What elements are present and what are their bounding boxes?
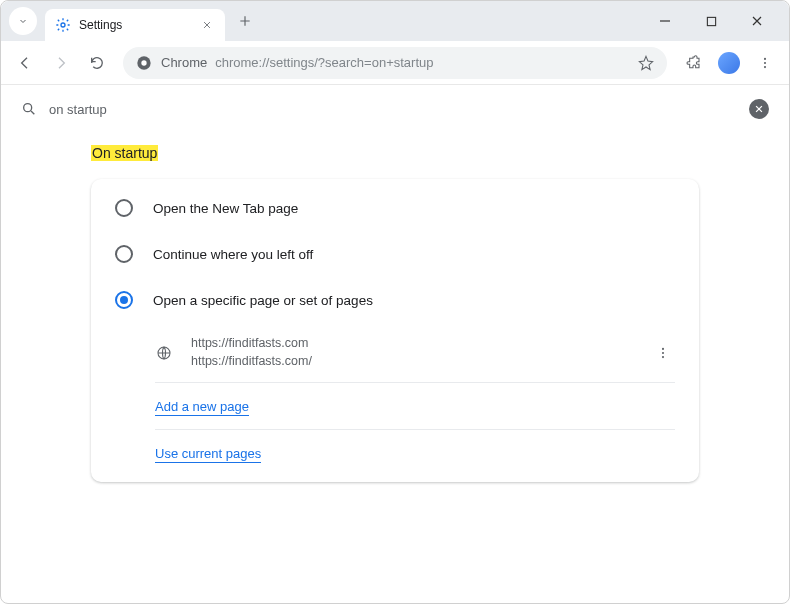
profile-button[interactable] — [713, 47, 745, 79]
minimize-icon — [659, 15, 671, 27]
maximize-icon — [706, 16, 717, 27]
startup-page-row: https://finditfasts.com https://finditfa… — [155, 323, 675, 382]
tab-close-button[interactable] — [199, 17, 215, 33]
minimize-button[interactable] — [651, 7, 679, 35]
svg-rect-1 — [707, 17, 715, 25]
window-controls — [651, 7, 781, 35]
svg-point-6 — [764, 66, 766, 68]
close-icon — [751, 15, 763, 27]
avatar-icon — [718, 52, 740, 74]
svg-point-3 — [141, 60, 146, 65]
reload-icon — [89, 55, 105, 71]
globe-icon — [155, 344, 173, 362]
svg-point-7 — [24, 104, 32, 112]
svg-point-4 — [764, 57, 766, 59]
maximize-button[interactable] — [697, 7, 725, 35]
extensions-button[interactable] — [677, 47, 709, 79]
use-current-row[interactable]: Use current pages — [155, 430, 675, 476]
use-current-link: Use current pages — [155, 446, 261, 463]
tab-search-button[interactable] — [9, 7, 37, 35]
search-icon — [21, 101, 37, 117]
settings-gear-icon — [55, 17, 71, 33]
arrow-right-icon — [53, 55, 69, 71]
dots-vertical-icon — [656, 346, 670, 360]
plus-icon — [238, 14, 252, 28]
option-label: Continue where you left off — [153, 247, 313, 262]
star-icon — [638, 55, 654, 71]
radio-selected-icon — [115, 291, 133, 309]
svg-point-0 — [61, 23, 65, 27]
option-label: Open the New Tab page — [153, 201, 298, 216]
browser-tab[interactable]: Settings — [45, 9, 225, 41]
startup-pages-block: https://finditfasts.com https://finditfa… — [155, 323, 675, 476]
forward-button[interactable] — [45, 47, 77, 79]
chrome-logo-icon — [135, 54, 153, 72]
svg-point-10 — [662, 351, 664, 353]
dots-vertical-icon — [758, 56, 772, 70]
arrow-left-icon — [17, 55, 33, 71]
svg-point-9 — [662, 347, 664, 349]
close-icon — [202, 20, 212, 30]
startup-card: Open the New Tab page Continue where you… — [91, 179, 699, 482]
add-page-link: Add a new page — [155, 399, 249, 416]
chevron-down-icon — [17, 15, 29, 27]
option-new-tab[interactable]: Open the New Tab page — [91, 185, 699, 231]
settings-search-row: on startup — [1, 85, 789, 133]
close-window-button[interactable] — [743, 7, 771, 35]
option-specific-pages[interactable]: Open a specific page or set of pages — [91, 277, 699, 323]
search-query-text: on startup — [49, 102, 107, 117]
option-label: Open a specific page or set of pages — [153, 293, 373, 308]
page-url: https://finditfasts.com/ — [191, 353, 633, 371]
option-continue[interactable]: Continue where you left off — [91, 231, 699, 277]
svg-point-5 — [764, 61, 766, 63]
page-more-button[interactable] — [651, 341, 675, 365]
browser-window: Settings Chrome chrome://settings/?searc… — [0, 0, 790, 604]
menu-button[interactable] — [749, 47, 781, 79]
settings-search-field[interactable]: on startup — [21, 101, 107, 117]
reload-button[interactable] — [81, 47, 113, 79]
bookmark-button[interactable] — [637, 54, 655, 72]
tab-title: Settings — [79, 18, 191, 32]
titlebar: Settings — [1, 1, 789, 41]
toolbar: Chrome chrome://settings/?search=on+star… — [1, 41, 789, 85]
close-icon — [754, 104, 764, 114]
page-title: https://finditfasts.com — [191, 335, 633, 353]
back-button[interactable] — [9, 47, 41, 79]
new-tab-button[interactable] — [231, 7, 259, 35]
omnibox-url: chrome://settings/?search=on+startup — [215, 55, 433, 70]
radio-icon — [115, 245, 133, 263]
add-page-row[interactable]: Add a new page — [155, 383, 675, 429]
omnibox-label: Chrome — [161, 55, 207, 70]
section-title: On startup — [91, 145, 699, 161]
page-info: https://finditfasts.com https://finditfa… — [191, 335, 633, 370]
clear-search-button[interactable] — [749, 99, 769, 119]
puzzle-icon — [685, 55, 701, 71]
svg-point-11 — [662, 356, 664, 358]
radio-icon — [115, 199, 133, 217]
omnibox[interactable]: Chrome chrome://settings/?search=on+star… — [123, 47, 667, 79]
settings-content: On startup Open the New Tab page Continu… — [1, 133, 789, 603]
